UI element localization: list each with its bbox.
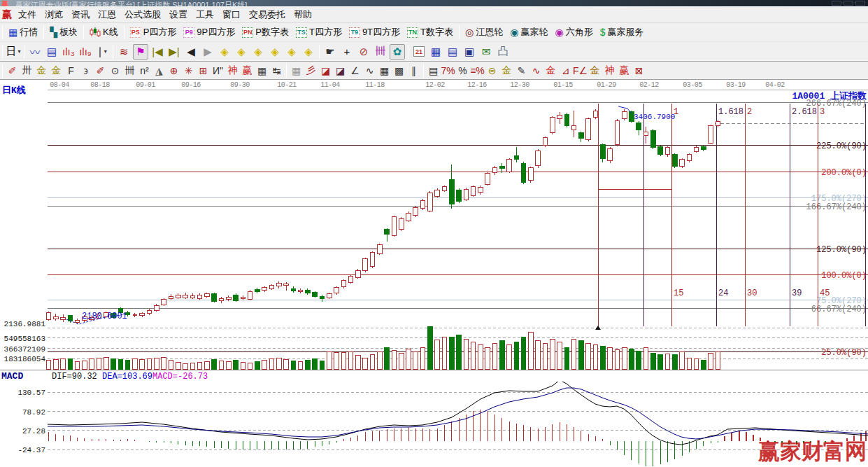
maximize-button[interactable] <box>844 1 853 6</box>
draw-button-fan-box[interactable]: ◪ <box>318 63 333 78</box>
tool-button-document[interactable]: ▤ <box>44 44 59 60</box>
tool-button-diamond-right[interactable]: ◈ <box>234 44 249 60</box>
toolbar-button-t-number[interactable]: TNT数字表 <box>404 25 457 40</box>
draw-button-gold-angle[interactable]: 金 <box>588 63 602 78</box>
tool-button-diamond-grid[interactable]: ◈ <box>301 44 316 60</box>
draw-button-gray-grid[interactable]: ▦ <box>289 63 304 78</box>
menu-item-3[interactable]: 江恩 <box>94 7 120 22</box>
draw-button-gold-red[interactable]: 金 <box>543 63 558 78</box>
draw-button-grid-123[interactable]: ▦ <box>255 63 269 78</box>
tool-button-bars-9[interactable]: ılı₉ <box>78 44 93 60</box>
draw-button-wave-red[interactable]: ∿ <box>529 63 543 78</box>
tool-button-knot[interactable]: ✿ <box>390 44 405 60</box>
draw-button-circle-6[interactable]: ⊙ <box>108 63 122 78</box>
draw-button-pen-k[interactable]: ✎ <box>514 63 529 78</box>
draw-button-gold-circle[interactable]: ⊜ <box>485 63 499 78</box>
tool-button-go-first[interactable]: |◀ <box>150 44 165 60</box>
draw-button-ying-line[interactable]: 赢 <box>617 63 632 78</box>
close-button[interactable] <box>855 1 865 6</box>
menu-item-8[interactable]: 交易委托 <box>245 7 290 22</box>
toolbar-button-t-square[interactable]: TST四方形 <box>292 25 346 40</box>
draw-button-fan-dark[interactable]: ◪ <box>333 63 348 78</box>
tool-button-diamond-left[interactable]: ◈ <box>217 44 232 60</box>
draw-button-pct[interactable]: % <box>455 63 470 78</box>
draw-button-pen-red[interactable]: ✐ <box>5 63 20 78</box>
draw-button-arrows-h[interactable]: ↹ <box>269 63 284 78</box>
tool-button-notepad[interactable]: ▤ <box>445 44 460 60</box>
draw-button-f-lines[interactable]: F <box>64 63 78 78</box>
draw-button-pct-lines[interactable]: ≡% <box>470 63 485 78</box>
tool-button-sketch[interactable]: 〰 <box>27 44 43 60</box>
toolbar-button-p-number[interactable]: PNP数字表 <box>239 25 292 40</box>
toolbar-button-9p-square[interactable]: P99P四方形 <box>180 25 239 40</box>
tool-button-calendar-21[interactable]: 21 <box>411 44 427 60</box>
draw-button-ying[interactable]: 赢 <box>240 63 255 78</box>
toolbar-button-p-square[interactable]: PSP四方形 <box>127 25 180 40</box>
draw-button-gold-section[interactable]: 金 <box>34 63 49 78</box>
tool-button-hand[interactable]: ☛ <box>322 44 338 60</box>
toolbar-button-9t-square[interactable]: T99T四方形 <box>346 25 404 40</box>
menu-item-9[interactable]: 帮助 <box>290 7 316 22</box>
draw-button-grid-a[interactable]: ▦ <box>377 63 392 78</box>
draw-button-gold-box[interactable]: 金 <box>49 63 64 78</box>
tool-button-go-next[interactable]: ▶ <box>200 44 215 60</box>
draw-button-pct-7[interactable]: 7% <box>441 63 455 78</box>
tool-button-period-day[interactable]: 日▾ <box>6 44 21 60</box>
tool-button-mail[interactable]: ✉ <box>478 44 494 60</box>
draw-button-fan-lines[interactable]: 彡 <box>304 63 318 78</box>
toolbar-button-quotes[interactable]: ▦行情 <box>5 25 41 40</box>
tool-button-diamond-expand[interactable]: ◈ <box>250 44 266 60</box>
minimize-button[interactable] <box>832 1 841 6</box>
tool-button-crosshair[interactable]: + <box>339 44 355 60</box>
menu-item-2[interactable]: 资讯 <box>67 7 94 22</box>
menu-item-1[interactable]: 浏览 <box>41 7 67 22</box>
tool-button-save[interactable]: ▣ <box>462 44 477 60</box>
tool-button-bars-3[interactable]: ılı₃ <box>61 44 76 60</box>
draw-button-gold-bar[interactable]: 金 <box>499 63 514 78</box>
menu-item-6[interactable]: 工具 <box>192 7 218 22</box>
draw-button-angle-lines[interactable]: ∠ <box>348 63 362 78</box>
tool-button-flag-tool[interactable]: ⚑ <box>133 44 148 60</box>
draw-button-f-angle[interactable]: F∠ <box>573 63 588 78</box>
tool-button-print[interactable]: 凸 <box>495 44 511 60</box>
draw-button-hatch-lines[interactable]: 卅 <box>20 63 34 78</box>
toolbar-button-winner-service[interactable]: $赢家服务 <box>597 25 648 40</box>
draw-button-brush-red[interactable]: ✐ <box>93 63 108 78</box>
draw-button-shen[interactable]: 神 <box>225 63 240 78</box>
draw-button-curl-9[interactable]: ϶ <box>78 63 93 78</box>
toolbar-button-gann-wheel[interactable]: ◎江恩轮 <box>462 25 506 40</box>
draw-button-grid-b[interactable]: ▩ <box>392 63 406 78</box>
tool-button-diamond-star[interactable]: ◈ <box>284 44 299 60</box>
tool-button-go-prev[interactable]: ◀ <box>183 44 199 60</box>
draw-button-star-web[interactable]: ✳ <box>181 63 196 78</box>
draw-button-list-123[interactable]: ▤ <box>426 63 441 78</box>
toolbar-button-winner-wheel[interactable]: ◉赢家轮 <box>506 25 551 40</box>
draw-button-n-squared[interactable]: n² <box>137 63 152 78</box>
menu-item-4[interactable]: 公式选股 <box>120 7 165 22</box>
tool-button-measure[interactable]: ⊘ <box>356 44 371 60</box>
window-buttons[interactable] <box>832 1 865 6</box>
toolbar-button-kline[interactable]: K线 <box>86 25 122 40</box>
tool-button-candle-style[interactable]: ∣▾ <box>94 44 110 60</box>
draw-button-grid-box[interactable]: ⊞ <box>196 63 211 78</box>
tool-button-calculator[interactable]: ▦ <box>428 44 443 60</box>
draw-button-hatch-2[interactable]: 卌 <box>122 63 137 78</box>
toolbar-button-hexagon[interactable]: ◉六角形 <box>551 25 596 40</box>
draw-button-compass[interactable]: ⊕ <box>166 63 181 78</box>
draw-button-i-quote[interactable]: И" <box>211 63 225 78</box>
draw-button-shen-angle[interactable]: 神 <box>602 63 617 78</box>
menu-item-5[interactable]: 设置 <box>165 7 192 22</box>
tool-button-diamond-compress[interactable]: ◈ <box>267 44 283 60</box>
tool-button-gann-tool[interactable]: 卌 <box>373 44 388 60</box>
menu-item-7[interactable]: 窗口 <box>218 7 245 22</box>
menu-item-0[interactable]: 文件 <box>14 7 41 22</box>
gann-vline-day: 15 <box>674 288 683 298</box>
draw-button-zigzag[interactable]: ∿ <box>362 63 377 78</box>
draw-button-box-x[interactable]: ⊠ <box>632 63 646 78</box>
toolbar-button-sectors[interactable]: ▚板块 <box>46 25 81 40</box>
draw-button-slashes[interactable]: ∥ <box>406 63 421 78</box>
tool-button-go-last[interactable]: ▶| <box>166 44 182 60</box>
draw-button-angle-tri[interactable]: ◮ <box>152 63 166 78</box>
draw-button-j-angle[interactable]: ⊿ <box>558 63 573 78</box>
tool-button-red-sketch[interactable]: ≋ <box>116 44 131 60</box>
